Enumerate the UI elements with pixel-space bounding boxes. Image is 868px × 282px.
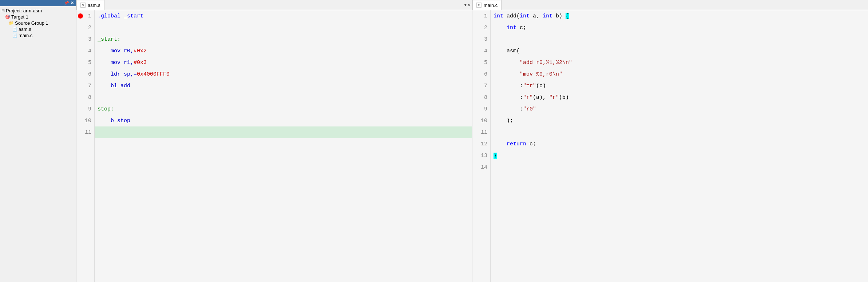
file-icon: 📄 [12,27,17,32]
tree-item-source-group-1[interactable]: 📁Source Group 1 [0,20,76,26]
code-segment: : [494,106,523,112]
line-num-text: 11 [85,129,91,136]
line-num-text: 6 [88,71,91,77]
line-number-3: 3 [472,33,490,45]
code-segment: "mov %0,r0\n" [520,71,562,77]
code-line-4: asm( [491,45,868,57]
code-segment [494,71,520,77]
tree-item-project--arm-asm[interactable]: ⊞Project: arm-asm [0,8,76,14]
tab-dropdown-icon[interactable]: ▼ [464,3,467,7]
editors-container: Sasm.s ▼ ✕ 1234567891011.global _start_s… [76,0,868,282]
code-segment: ); [494,118,513,124]
tab-controls: ▼ ✕ [463,0,472,10]
code-segment: c; [516,25,526,31]
code-segment: #0x2 [134,48,147,54]
pin-icon[interactable]: 📌 [64,1,69,5]
code-segment: .global _start [98,13,143,19]
code-segment: (a), [533,94,549,101]
code-segment: { [566,13,569,19]
code-line-9: :"r0" [491,103,868,115]
line-number-4: 4 [76,45,94,57]
sidebar-header: 📌 ✕ [0,0,76,6]
line-number-8: 8 [472,92,490,103]
code-line-8 [95,92,472,103]
line-number-3: 3 [76,33,94,45]
code-segment: b stop [98,118,130,124]
close-sidebar-icon[interactable]: ✕ [71,1,74,5]
code-line-1: int add(int a, int b) { [491,10,868,22]
line-number-7: 7 [472,80,490,92]
line-number-4: 4 [472,45,490,57]
line-number-2: 2 [472,22,490,33]
code-segment: _start: [98,36,120,43]
editor-pane-asm-editor: Sasm.s ▼ ✕ 1234567891011.global _start_s… [76,0,472,282]
code-segment: stop: [98,106,114,112]
line-num-text: 14 [481,164,487,170]
line-number-6: 6 [472,68,490,80]
tab-spacer [104,0,463,10]
code-segment: "r" [549,94,559,101]
tab-label: asm.s [88,3,100,8]
code-segment: a, [530,13,543,19]
code-content-asm-editor[interactable]: 1234567891011.global _start_start: mov r… [76,10,472,282]
code-line-3 [491,33,868,45]
line-num-text: 1 [484,13,487,19]
code-content-main-editor[interactable]: 1234567891011121314int add(int a, int b)… [472,10,868,282]
code-segment: ldr sp,= [98,71,137,77]
code-segment: b) [552,13,566,19]
line-number-5: 5 [76,57,94,68]
line-number-2: 2 [76,22,94,33]
line-num-text: 11 [481,129,487,136]
tree-label: main.c [19,33,32,38]
tree-item-asm-s[interactable]: 📄asm.s [0,26,76,32]
line-num-text: 12 [481,141,487,147]
tab-close-icon[interactable]: ✕ [468,2,471,8]
line-num-text: 10 [481,118,487,124]
line-number-7: 7 [76,80,94,92]
line-number-12: 12 [472,138,490,150]
code-lines-main-editor: int add(int a, int b) { int c; asm( "add… [491,10,868,282]
code-area: Sasm.s ▼ ✕ 1234567891011.global _start_s… [76,0,868,282]
line-num-text: 3 [484,36,487,43]
tab-spacer [502,0,868,10]
code-segment [494,60,520,66]
code-line-10: b stop [95,115,472,126]
code-line-13: } [491,150,868,161]
line-num-text: 9 [484,106,487,112]
code-segment: "r" [523,94,533,101]
line-number-11: 11 [76,126,94,138]
tree-item-main-c[interactable]: 📄main.c [0,32,76,39]
code-segment: int [494,13,503,19]
line-number-10: 10 [472,115,490,126]
line-num-text: 1 [88,13,91,19]
project-tree: ⊞Project: arm-asm🎯Target 1📁Source Group … [0,6,76,282]
line-number-11: 11 [472,126,490,138]
code-segment: int [520,13,530,19]
code-line-12: return c; [491,138,868,150]
code-segment: bl add [98,83,130,89]
tree-item-target-1[interactable]: 🎯Target 1 [0,14,76,20]
line-num-text: 6 [484,71,487,77]
code-line-11 [95,126,472,138]
line-number-6: 6 [76,68,94,80]
code-segment: : [494,83,523,89]
line-num-text: 8 [484,94,487,101]
tab-main-editor[interactable]: Cmain.c [472,0,502,10]
line-num-text: 7 [484,83,487,89]
code-lines-asm-editor: .global _start_start: mov r0,#0x2 mov r1… [95,10,472,282]
line-number-13: 13 [472,150,490,161]
code-segment: } [494,153,497,159]
target-icon: 🎯 [5,15,10,19]
tree-label: Target 1 [11,14,28,20]
code-segment: "add r0,%1,%2\n" [520,60,572,66]
code-segment: "r0" [523,106,536,112]
project-icon: ⊞ [1,8,5,13]
code-line-8: :"r"(a), "r"(b) [491,92,868,103]
code-segment [494,25,507,31]
tab-asm-editor[interactable]: Sasm.s [76,0,104,10]
line-number-14: 14 [472,161,490,173]
code-line-4: mov r0,#0x2 [95,45,472,57]
line-num-text: 13 [481,153,487,159]
code-line-7: :"=r"(c) [491,80,868,92]
code-segment: : [494,94,523,101]
